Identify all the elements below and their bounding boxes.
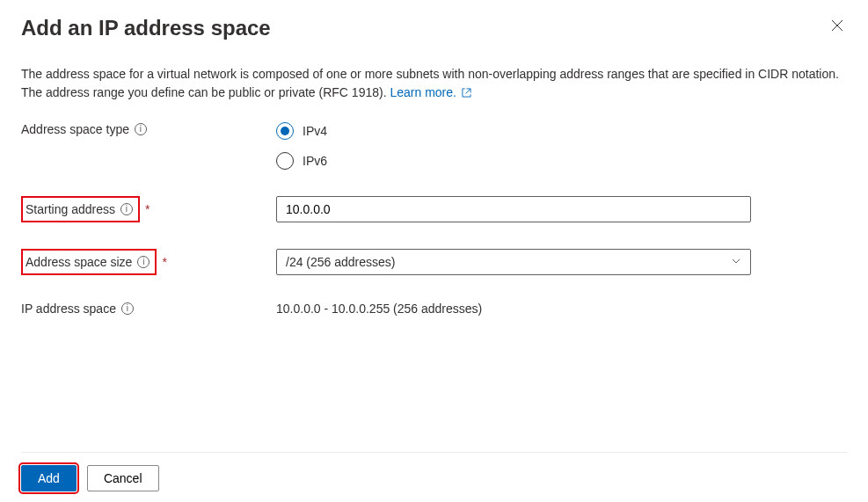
info-icon[interactable]: i (120, 203, 133, 215)
label-starting-address: Starting address (26, 202, 115, 216)
address-space-type-radio-group: IPv4 IPv6 (276, 122, 751, 170)
chevron-down-icon (731, 255, 741, 269)
address-space-size-value: /24 (256 addresses) (286, 255, 396, 269)
learn-more-link[interactable]: Learn more. (390, 85, 470, 99)
address-space-size-select[interactable]: /24 (256 addresses) (276, 249, 751, 275)
info-icon[interactable]: i (137, 256, 150, 268)
add-button[interactable]: Add (21, 465, 77, 491)
footer-separator (21, 452, 847, 453)
radio-button-icon (276, 122, 294, 140)
label-address-space-size: Address space size (26, 255, 132, 269)
close-icon (831, 21, 843, 34)
cancel-button[interactable]: Cancel (87, 465, 159, 491)
info-icon[interactable]: i (121, 302, 134, 315)
required-marker: * (162, 255, 166, 269)
close-button[interactable] (828, 16, 847, 35)
radio-ipv4[interactable]: IPv4 (276, 122, 751, 140)
ip-address-space-value: 10.0.0.0 - 10.0.0.255 (256 addresses) (276, 302, 482, 316)
radio-ipv6-label: IPv6 (303, 154, 327, 168)
label-address-space-type: Address space type (21, 122, 129, 136)
required-marker: * (145, 202, 150, 216)
radio-button-icon (276, 152, 294, 170)
radio-ipv6[interactable]: IPv6 (276, 152, 751, 170)
external-link-icon (462, 84, 471, 103)
starting-address-input[interactable] (276, 196, 751, 222)
learn-more-label: Learn more. (390, 85, 456, 99)
page-title: Add an IP address space (21, 16, 828, 40)
radio-ipv4-label: IPv4 (303, 124, 327, 138)
info-icon[interactable]: i (135, 123, 147, 135)
intro-text: The address space for a virtual network … (21, 65, 847, 103)
label-ip-address-space: IP address space (21, 302, 116, 316)
